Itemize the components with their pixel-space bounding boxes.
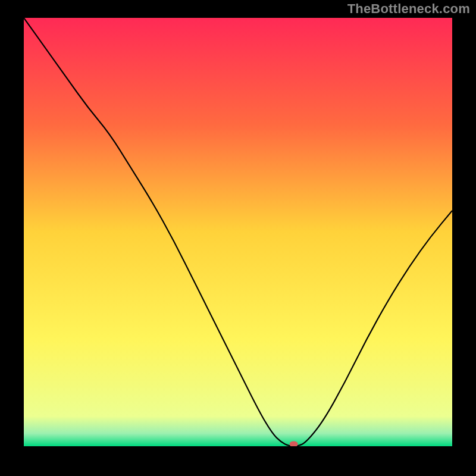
chart-svg bbox=[24, 18, 452, 446]
gradient-background bbox=[24, 18, 452, 446]
chart-frame: TheBottleneck.com bbox=[0, 0, 476, 476]
watermark-text: TheBottleneck.com bbox=[347, 1, 470, 17]
plot-area bbox=[24, 18, 452, 446]
